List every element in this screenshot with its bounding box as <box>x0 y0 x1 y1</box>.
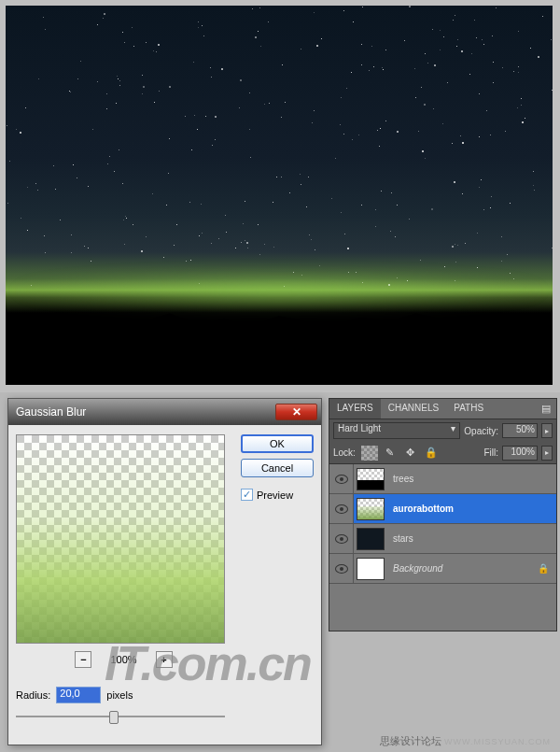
zoom-out-button[interactable]: − <box>75 651 91 668</box>
visibility-toggle[interactable] <box>329 554 354 583</box>
image-canvas[interactable] <box>6 6 553 385</box>
canvas-area <box>0 0 560 392</box>
layer-row-aurorabottom[interactable]: aurorabottom <box>329 494 556 524</box>
lock-row: Lock: ✎ ✥ 🔒 Fill: 100% ▸ <box>329 442 556 464</box>
layer-row-trees[interactable]: trees <box>329 464 556 494</box>
gaussian-blur-dialog: Gaussian Blur ✕ − 100% + Radius: 20,0 pi… <box>7 398 322 745</box>
lock-position-icon[interactable]: ✥ <box>402 446 419 461</box>
opacity-input[interactable]: 50% <box>502 423 538 438</box>
eye-icon <box>335 475 348 484</box>
eye-icon <box>335 534 348 544</box>
fill-label: Fill: <box>483 447 498 458</box>
layer-name[interactable]: aurorabottom <box>387 504 556 514</box>
lock-transparency-icon[interactable] <box>361 446 378 461</box>
radius-slider[interactable] <box>16 709 225 724</box>
preview-column: − 100% + Radius: 20,0 pixels <box>16 434 231 724</box>
layers-empty-area <box>329 584 556 631</box>
blend-row: Hard Light ▾ Opacity: 50% ▸ <box>329 419 556 442</box>
panel-menu-icon[interactable]: ▤ <box>536 399 556 419</box>
visibility-toggle[interactable] <box>329 524 354 553</box>
radius-input[interactable]: 20,0 <box>56 687 101 703</box>
dialog-titlebar[interactable]: Gaussian Blur ✕ <box>8 399 321 425</box>
footer-site-cn: 思缘设计论坛 <box>380 735 441 746</box>
zoom-in-button[interactable]: + <box>156 651 173 668</box>
layer-name[interactable]: stars <box>387 533 556 544</box>
radius-label: Radius: <box>16 689 50 701</box>
footer: 思缘设计论坛 WWW.MISSYUAN.COM <box>380 734 551 748</box>
fill-arrow[interactable]: ▸ <box>541 446 553 461</box>
aurora-glow <box>6 272 553 309</box>
layer-thumbnail[interactable] <box>357 558 385 580</box>
tab-paths[interactable]: PATHS <box>446 399 491 419</box>
tab-layers[interactable]: LAYERS <box>329 399 381 419</box>
close-button[interactable]: ✕ <box>275 404 317 420</box>
zoom-level: 100% <box>110 654 136 665</box>
layers-panel: LAYERS CHANNELS PATHS ▤ Hard Light ▾ Opa… <box>329 398 557 631</box>
zoom-controls: − 100% + <box>16 651 231 668</box>
layer-name[interactable]: trees <box>387 474 556 484</box>
layer-thumbnail[interactable] <box>357 468 385 490</box>
preview-content <box>17 435 224 643</box>
dialog-title: Gaussian Blur <box>16 405 275 419</box>
eye-icon <box>335 564 348 574</box>
slider-track <box>16 716 225 717</box>
panel-tabs: LAYERS CHANNELS PATHS ▤ <box>329 399 556 419</box>
opacity-label: Opacity: <box>464 426 498 436</box>
slider-thumb[interactable] <box>109 711 119 724</box>
visibility-toggle[interactable] <box>329 494 354 523</box>
blend-mode-select[interactable]: Hard Light ▾ <box>333 422 460 439</box>
lock-indicator-icon: 🔒 <box>538 563 556 574</box>
opacity-arrow[interactable]: ▸ <box>541 423 553 438</box>
dialog-body: − 100% + Radius: 20,0 pixels OK Cancel ✓… <box>8 425 321 733</box>
eye-icon <box>335 504 348 514</box>
fill-input[interactable]: 100% <box>502 446 538 461</box>
preview-checkbox-row: ✓ Preview <box>241 489 314 501</box>
layer-thumbnail[interactable] <box>357 498 385 520</box>
layer-row-background[interactable]: Background 🔒 <box>329 554 556 584</box>
footer-site-url: WWW.MISSYUAN.COM <box>444 737 551 746</box>
ok-button[interactable]: OK <box>241 434 314 453</box>
preview-checkbox[interactable]: ✓ <box>241 489 253 501</box>
radius-unit: pixels <box>106 689 133 701</box>
lock-all-icon[interactable]: 🔒 <box>423 446 440 461</box>
visibility-toggle[interactable] <box>329 464 354 493</box>
layer-row-stars[interactable]: stars <box>329 524 556 554</box>
preview-label: Preview <box>257 490 293 501</box>
layer-thumbnail[interactable] <box>357 528 385 550</box>
tab-channels[interactable]: CHANNELS <box>381 399 446 419</box>
layers-list: trees aurorabottom stars Background 🔒 <box>329 464 556 631</box>
lock-pixels-icon[interactable]: ✎ <box>382 446 399 461</box>
radius-row: Radius: 20,0 pixels <box>16 687 231 703</box>
lock-label: Lock: <box>333 447 356 458</box>
preview-box[interactable] <box>16 434 225 644</box>
cancel-button[interactable]: Cancel <box>241 459 314 477</box>
button-column: OK Cancel ✓ Preview <box>241 434 314 724</box>
layer-name[interactable]: Background <box>387 563 538 574</box>
